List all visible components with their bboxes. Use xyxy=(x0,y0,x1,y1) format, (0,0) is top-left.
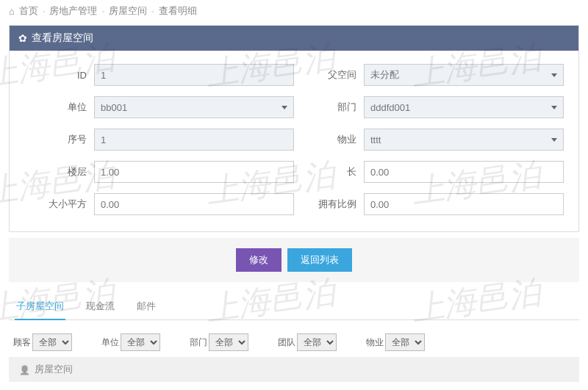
floor-label: 楼层 xyxy=(24,165,94,178)
prop-select[interactable]: tttt xyxy=(364,129,564,151)
id-field[interactable] xyxy=(94,64,294,86)
tabs: 子房屋空间 现金流 邮件 xyxy=(9,294,579,320)
gear-icon xyxy=(18,32,27,44)
unit-label: 单位 xyxy=(24,101,94,114)
col-floor[interactable]: 楼层 xyxy=(514,382,579,390)
chevron-down-icon xyxy=(282,106,287,109)
dept-select[interactable]: dddfd001 xyxy=(364,96,564,118)
tab-child-space[interactable]: 子房屋空间 xyxy=(15,294,65,320)
chevron-down-icon xyxy=(551,106,557,109)
home-icon: ⌂ xyxy=(9,6,15,17)
panel-body: ID 父空间 未分配 单位 bb001 部门 xyxy=(10,51,578,231)
crumb-home[interactable]: 首页 xyxy=(19,4,38,18)
filter-unit-select[interactable]: 全部 xyxy=(121,333,160,351)
size-label: 大小平方 xyxy=(24,198,94,211)
chevron-down-icon xyxy=(551,73,557,77)
size-field[interactable] xyxy=(94,193,294,215)
col-customer[interactable]: 顾客 xyxy=(56,382,121,390)
person-icon xyxy=(19,364,30,375)
unit-select[interactable]: bb001 xyxy=(94,96,294,118)
col-prop[interactable]: 物业 xyxy=(383,382,448,390)
filter-team-select[interactable]: 全部 xyxy=(297,333,337,351)
filter-dept-select[interactable]: 全部 xyxy=(209,333,248,351)
dept-label: 部门 xyxy=(294,101,364,114)
panel-header: 查看房屋空间 xyxy=(10,26,578,51)
filter-prop-select[interactable]: 全部 xyxy=(385,333,425,351)
dept-value: dddfd001 xyxy=(370,102,410,113)
filter-customer-label: 顾客 xyxy=(13,336,31,349)
sep-icon: ◦ xyxy=(151,7,154,15)
space-table: ID 顾客 单位 部门 团队 序号 物业 名称 楼层 xyxy=(9,382,579,390)
sep-icon: ◦ xyxy=(101,7,104,15)
col-name[interactable]: 名称 xyxy=(448,382,514,390)
ratio-label: 拥有比例 xyxy=(294,198,364,211)
seq-label: 序号 xyxy=(24,133,94,146)
sep-icon: ◦ xyxy=(43,7,46,15)
col-seq[interactable]: 序号 xyxy=(318,382,383,390)
prop-label: 物业 xyxy=(294,133,364,146)
col-unit[interactable]: 单位 xyxy=(121,382,187,390)
section-title: 房屋空间 xyxy=(9,357,579,382)
parent-select[interactable]: 未分配 xyxy=(364,64,564,86)
filter-dept-label: 部门 xyxy=(190,336,207,349)
crumb-realestate[interactable]: 房地产管理 xyxy=(49,4,97,18)
col-id[interactable]: ID xyxy=(9,382,56,390)
id-label: ID xyxy=(24,70,94,81)
breadcrumb: ⌂ 首页 ◦ 房地产管理 ◦ 房屋空间 ◦ 查看明细 xyxy=(0,0,588,22)
prop-value: tttt xyxy=(370,134,381,145)
ratio-field[interactable] xyxy=(364,193,564,215)
tab-cashflow[interactable]: 现金流 xyxy=(85,294,116,319)
edit-button[interactable]: 修改 xyxy=(236,248,282,272)
parent-label: 父空间 xyxy=(294,68,364,82)
floor-field[interactable] xyxy=(94,161,294,183)
filter-team-label: 团队 xyxy=(278,336,295,349)
seq-field[interactable] xyxy=(94,129,294,151)
filter-unit-label: 单位 xyxy=(101,336,119,349)
section-title-text: 房屋空间 xyxy=(35,363,73,376)
table-header-row: ID 顾客 单位 部门 团队 序号 物业 名称 楼层 xyxy=(9,382,579,390)
chevron-down-icon xyxy=(551,138,557,142)
filter-prop-label: 物业 xyxy=(366,336,384,349)
unit-value: bb001 xyxy=(101,102,127,113)
parent-value: 未分配 xyxy=(370,68,399,82)
length-field[interactable] xyxy=(364,161,564,183)
length-label: 长 xyxy=(294,165,364,178)
filter-row: 顾客 全部 单位 全部 部门 全部 团队 全部 物业 全部 xyxy=(0,320,588,357)
col-dept[interactable]: 部门 xyxy=(187,382,252,390)
button-bar: 修改 返回列表 xyxy=(9,238,579,282)
crumb-space[interactable]: 房屋空间 xyxy=(109,4,147,18)
back-button[interactable]: 返回列表 xyxy=(287,248,352,272)
crumb-detail: 查看明细 xyxy=(159,4,197,18)
view-panel: 查看房屋空间 ID 父空间 未分配 单位 bb001 xyxy=(9,25,579,232)
tab-mail[interactable]: 邮件 xyxy=(135,294,157,319)
filter-customer-select[interactable]: 全部 xyxy=(32,333,72,351)
col-team[interactable]: 团队 xyxy=(252,382,318,390)
panel-title: 查看房屋空间 xyxy=(32,32,93,45)
